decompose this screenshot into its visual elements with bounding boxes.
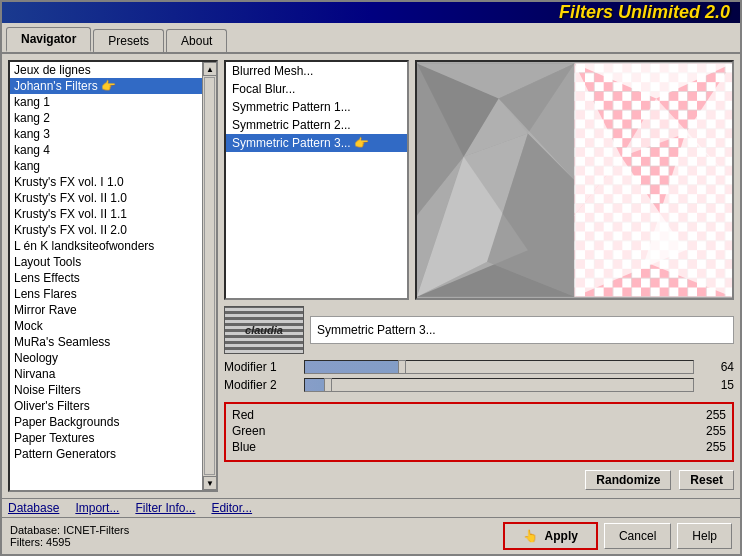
top-right: Blurred Mesh...Focal Blur...Symmetric Pa…: [224, 60, 734, 300]
left-list-item[interactable]: Mirror Rave: [10, 302, 202, 318]
logo-text: claudia: [245, 324, 283, 336]
color-label-1: Green: [232, 424, 312, 438]
color-label-2: Blue: [232, 440, 312, 454]
db-info: Database: ICNET-Filters Filters: 4595: [10, 524, 129, 548]
left-list-item[interactable]: Lens Effects: [10, 270, 202, 286]
apply-arrow-icon: 👆: [523, 529, 538, 543]
left-list-item[interactable]: kang: [10, 158, 202, 174]
logo-stripes: claudia: [225, 307, 303, 353]
filter-list-panel: Blurred Mesh...Focal Blur...Symmetric Pa…: [224, 60, 409, 300]
color-label-0: Red: [232, 408, 312, 422]
nav-link-editor[interactable]: Editor...: [211, 501, 252, 515]
left-list-item[interactable]: Paper Textures: [10, 430, 202, 446]
nav-link-filter-info[interactable]: Filter Info...: [135, 501, 195, 515]
preview-area: [415, 60, 734, 300]
title-bar-text: Filters Unlimited 2.0: [559, 2, 730, 23]
left-list-item[interactable]: Noise Filters: [10, 382, 202, 398]
left-list-item[interactable]: kang 4: [10, 142, 202, 158]
scroll-down-btn[interactable]: ▼: [203, 476, 217, 490]
database-label: Database:: [10, 524, 60, 536]
nav-links: DatabaseImport...Filter Info...Editor...: [2, 498, 740, 517]
title-bar: Filters Unlimited 2.0: [2, 2, 740, 23]
tab-navigator[interactable]: Navigator: [6, 27, 91, 52]
left-list-item[interactable]: Jeux de lignes: [10, 62, 202, 78]
plugin-name-box: Symmetric Pattern 3...: [310, 316, 734, 344]
database-value: ICNET-Filters: [63, 524, 129, 536]
left-list-item[interactable]: Oliver's Filters: [10, 398, 202, 414]
apply-button[interactable]: 👆 Apply: [503, 522, 598, 550]
color-section: Red 255 Green 255 Blue 255: [224, 402, 734, 462]
left-list-item[interactable]: kang 2: [10, 110, 202, 126]
color-value-0: 255: [696, 408, 726, 422]
color-value-1: 255: [696, 424, 726, 438]
plugin-filter-name: Symmetric Pattern 3...: [317, 323, 436, 337]
tab-about[interactable]: About: [166, 29, 227, 52]
main-content: Jeux de lignesJohann's Filters 👉kang 1ka…: [2, 54, 740, 498]
left-list-item[interactable]: Mock: [10, 318, 202, 334]
bottom-bar: Database: ICNET-Filters Filters: 4595 👆 …: [2, 517, 740, 554]
left-list-item[interactable]: MuRa's Seamless: [10, 334, 202, 350]
left-list-item[interactable]: Pattern Generators: [10, 446, 202, 462]
scroll-up-btn[interactable]: ▲: [203, 62, 217, 76]
left-list-scroll: Jeux de lignesJohann's Filters 👉kang 1ka…: [10, 62, 216, 490]
left-list-item[interactable]: Krusty's FX vol. I 1.0: [10, 174, 202, 190]
left-list-item[interactable]: Lens Flares: [10, 286, 202, 302]
color-row: Blue 255: [232, 440, 726, 454]
filter-list-item[interactable]: Symmetric Pattern 3... 👉: [226, 134, 407, 152]
slider-value-0: 64: [694, 360, 734, 374]
filters-label: Filters:: [10, 536, 43, 548]
sliders-section: Modifier 1 64 Modifier 2 15: [224, 360, 734, 396]
slider-track-1[interactable]: [304, 378, 694, 392]
slider-row: Modifier 1 64: [224, 360, 734, 374]
slider-row: Modifier 2 15: [224, 378, 734, 392]
scroll-thumb[interactable]: [204, 77, 215, 475]
left-scrollbar[interactable]: ▲ ▼: [202, 62, 216, 490]
filter-list-item[interactable]: Focal Blur...: [226, 80, 407, 98]
filters-value: 4595: [46, 536, 70, 548]
color-row: Red 255: [232, 408, 726, 422]
cancel-button[interactable]: Cancel: [604, 523, 671, 549]
slider-label-1: Modifier 2: [224, 378, 304, 392]
database-info: Database: ICNET-Filters: [10, 524, 129, 536]
left-list-item[interactable]: Krusty's FX vol. II 1.1: [10, 206, 202, 222]
info-row: claudia Symmetric Pattern 3...: [224, 306, 734, 354]
bottom-buttons: 👆 Apply Cancel Help: [503, 522, 732, 550]
left-list-item[interactable]: Layout Tools: [10, 254, 202, 270]
toolbar-row: Randomize Reset: [224, 468, 734, 492]
help-button[interactable]: Help: [677, 523, 732, 549]
left-list-item[interactable]: Krusty's FX vol. II 1.0: [10, 190, 202, 206]
color-row: Green 255: [232, 424, 726, 438]
nav-link-database[interactable]: Database: [8, 501, 59, 515]
left-panel: Jeux de lignesJohann's Filters 👉kang 1ka…: [8, 60, 218, 492]
tabs-row: Navigator Presets About: [2, 23, 740, 54]
reset-button[interactable]: Reset: [679, 470, 734, 490]
left-list-item[interactable]: kang 3: [10, 126, 202, 142]
left-list-item[interactable]: Neology: [10, 350, 202, 366]
filter-list-item[interactable]: Blurred Mesh...: [226, 62, 407, 80]
left-list-item[interactable]: kang 1: [10, 94, 202, 110]
filter-list: Blurred Mesh...Focal Blur...Symmetric Pa…: [226, 62, 407, 152]
slider-value-1: 15: [694, 378, 734, 392]
tab-presets[interactable]: Presets: [93, 29, 164, 52]
left-list-item[interactable]: Krusty's FX vol. II 2.0: [10, 222, 202, 238]
slider-track-0[interactable]: [304, 360, 694, 374]
plugin-logo: claudia: [224, 306, 304, 354]
filters-info: Filters: 4595: [10, 536, 129, 548]
preview-svg: [417, 62, 732, 298]
right-panel: Blurred Mesh...Focal Blur...Symmetric Pa…: [224, 60, 734, 492]
left-list-item[interactable]: L én K landksiteofwonders: [10, 238, 202, 254]
main-window: Filters Unlimited 2.0 Navigator Presets …: [0, 0, 742, 556]
nav-link-import[interactable]: Import...: [75, 501, 119, 515]
left-list-item[interactable]: Johann's Filters 👉: [10, 78, 202, 94]
left-list-items: Jeux de lignesJohann's Filters 👉kang 1ka…: [10, 62, 202, 490]
color-value-2: 255: [696, 440, 726, 454]
left-list-item[interactable]: Nirvana: [10, 366, 202, 382]
filter-list-item[interactable]: Symmetric Pattern 2...: [226, 116, 407, 134]
filter-list-item[interactable]: Symmetric Pattern 1...: [226, 98, 407, 116]
slider-label-0: Modifier 1: [224, 360, 304, 374]
left-list-item[interactable]: Paper Backgrounds: [10, 414, 202, 430]
randomize-button[interactable]: Randomize: [585, 470, 671, 490]
